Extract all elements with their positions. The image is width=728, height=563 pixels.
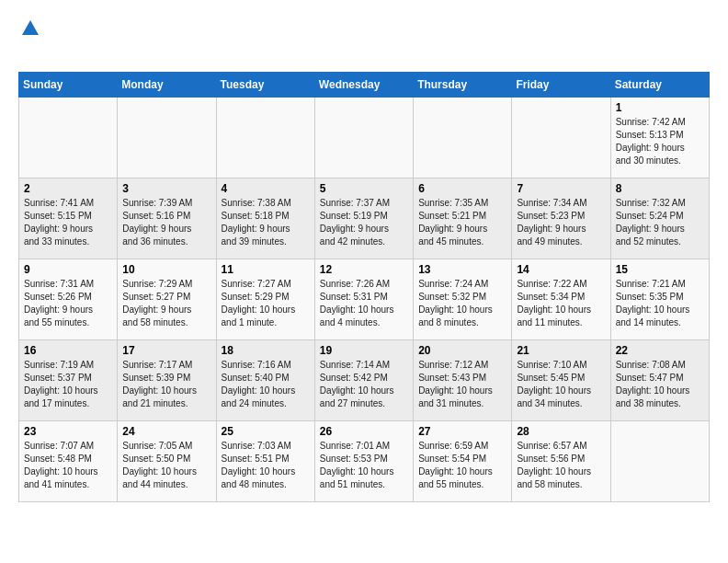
calendar-cell: 13Sunrise: 7:24 AM Sunset: 5:32 PM Dayli…: [414, 259, 512, 340]
days-of-week-row: SundayMondayTuesdayWednesdayThursdayFrid…: [19, 73, 710, 98]
header-monday: Monday: [118, 73, 216, 98]
calendar-cell: 19Sunrise: 7:14 AM Sunset: 5:42 PM Dayli…: [314, 340, 413, 421]
calendar-body: 1Sunrise: 7:42 AM Sunset: 5:13 PM Daylig…: [19, 98, 710, 502]
day-number: 6: [418, 182, 506, 195]
calendar-cell: 14Sunrise: 7:22 AM Sunset: 5:34 PM Dayli…: [512, 259, 610, 340]
day-info: Sunrise: 7:22 AM Sunset: 5:34 PM Dayligh…: [517, 278, 605, 329]
calendar-cell: 6Sunrise: 7:35 AM Sunset: 5:21 PM Daylig…: [414, 178, 512, 259]
header-tuesday: Tuesday: [216, 73, 314, 98]
day-info: Sunrise: 7:19 AM Sunset: 5:37 PM Dayligh…: [24, 359, 112, 410]
day-info: Sunrise: 6:59 AM Sunset: 5:54 PM Dayligh…: [418, 440, 506, 491]
calendar-cell: 20Sunrise: 7:12 AM Sunset: 5:43 PM Dayli…: [414, 340, 512, 421]
calendar-cell: [414, 98, 512, 178]
day-info: Sunrise: 7:21 AM Sunset: 5:35 PM Dayligh…: [616, 278, 704, 329]
calendar-cell: 18Sunrise: 7:16 AM Sunset: 5:40 PM Dayli…: [216, 340, 314, 421]
calendar-cell: 1Sunrise: 7:42 AM Sunset: 5:13 PM Daylig…: [610, 98, 709, 178]
day-info: Sunrise: 7:29 AM Sunset: 5:27 PM Dayligh…: [122, 278, 210, 329]
calendar-cell: [19, 98, 118, 178]
calendar-cell: 28Sunrise: 6:57 AM Sunset: 5:56 PM Dayli…: [512, 421, 610, 502]
day-info: Sunrise: 7:12 AM Sunset: 5:43 PM Dayligh…: [418, 359, 506, 410]
header-thursday: Thursday: [414, 73, 512, 98]
calendar-header: SundayMondayTuesdayWednesdayThursdayFrid…: [19, 73, 710, 98]
day-info: Sunrise: 7:41 AM Sunset: 5:15 PM Dayligh…: [24, 197, 112, 248]
calendar-cell: 22Sunrise: 7:08 AM Sunset: 5:47 PM Dayli…: [610, 340, 709, 421]
day-info: Sunrise: 7:31 AM Sunset: 5:26 PM Dayligh…: [24, 278, 112, 329]
day-number: 27: [418, 425, 506, 438]
day-info: Sunrise: 7:08 AM Sunset: 5:47 PM Dayligh…: [616, 359, 704, 410]
day-number: 22: [616, 344, 704, 357]
day-number: 2: [24, 182, 112, 195]
day-number: 9: [24, 263, 112, 276]
day-info: Sunrise: 7:34 AM Sunset: 5:23 PM Dayligh…: [517, 197, 605, 248]
calendar-cell: [118, 98, 216, 178]
day-info: Sunrise: 7:17 AM Sunset: 5:39 PM Dayligh…: [122, 359, 210, 410]
day-number: 7: [517, 182, 605, 195]
day-number: 13: [418, 263, 506, 276]
calendar-cell: 23Sunrise: 7:07 AM Sunset: 5:48 PM Dayli…: [19, 421, 118, 502]
calendar-cell: 8Sunrise: 7:32 AM Sunset: 5:24 PM Daylig…: [610, 178, 709, 259]
day-number: 1: [616, 101, 704, 114]
logo-icon: [20, 18, 40, 39]
calendar-cell: 21Sunrise: 7:10 AM Sunset: 5:45 PM Dayli…: [512, 340, 610, 421]
calendar-cell: 17Sunrise: 7:17 AM Sunset: 5:39 PM Dayli…: [118, 340, 216, 421]
day-number: 18: [222, 344, 310, 357]
week-row-3: 9Sunrise: 7:31 AM Sunset: 5:26 PM Daylig…: [19, 259, 710, 340]
day-number: 11: [222, 263, 310, 276]
calendar-cell: 7Sunrise: 7:34 AM Sunset: 5:23 PM Daylig…: [512, 178, 610, 259]
day-info: Sunrise: 6:57 AM Sunset: 5:56 PM Dayligh…: [517, 440, 605, 491]
day-info: Sunrise: 7:26 AM Sunset: 5:31 PM Dayligh…: [320, 278, 408, 329]
day-number: 8: [616, 182, 704, 195]
day-info: Sunrise: 7:42 AM Sunset: 5:13 PM Dayligh…: [616, 116, 704, 167]
header-sunday: Sunday: [19, 73, 118, 98]
calendar-cell: [216, 98, 314, 178]
day-info: Sunrise: 7:35 AM Sunset: 5:21 PM Dayligh…: [418, 197, 506, 248]
calendar-cell: 3Sunrise: 7:39 AM Sunset: 5:16 PM Daylig…: [118, 178, 216, 259]
day-info: Sunrise: 7:37 AM Sunset: 5:19 PM Dayligh…: [320, 197, 408, 248]
calendar-cell: 27Sunrise: 6:59 AM Sunset: 5:54 PM Dayli…: [414, 421, 512, 502]
day-info: Sunrise: 7:24 AM Sunset: 5:32 PM Dayligh…: [418, 278, 506, 329]
week-row-5: 23Sunrise: 7:07 AM Sunset: 5:48 PM Dayli…: [19, 421, 710, 502]
day-number: 23: [24, 425, 112, 438]
calendar-cell: 15Sunrise: 7:21 AM Sunset: 5:35 PM Dayli…: [610, 259, 709, 340]
day-number: 16: [24, 344, 112, 357]
day-number: 3: [122, 182, 210, 195]
header-saturday: Saturday: [610, 73, 709, 98]
calendar-cell: 9Sunrise: 7:31 AM Sunset: 5:26 PM Daylig…: [19, 259, 118, 340]
day-number: 4: [222, 182, 310, 195]
calendar-cell: [610, 421, 709, 502]
calendar-cell: 2Sunrise: 7:41 AM Sunset: 5:15 PM Daylig…: [19, 178, 118, 259]
day-number: 5: [320, 182, 408, 195]
day-number: 26: [320, 425, 408, 438]
day-info: Sunrise: 7:38 AM Sunset: 5:18 PM Dayligh…: [222, 197, 310, 248]
day-info: Sunrise: 7:32 AM Sunset: 5:24 PM Dayligh…: [616, 197, 704, 248]
day-info: Sunrise: 7:05 AM Sunset: 5:50 PM Dayligh…: [122, 440, 210, 491]
calendar-cell: 10Sunrise: 7:29 AM Sunset: 5:27 PM Dayli…: [118, 259, 216, 340]
calendar-cell: 26Sunrise: 7:01 AM Sunset: 5:53 PM Dayli…: [314, 421, 413, 502]
day-info: Sunrise: 7:07 AM Sunset: 5:48 PM Dayligh…: [24, 440, 112, 491]
calendar-cell: [314, 98, 413, 178]
day-info: Sunrise: 7:01 AM Sunset: 5:53 PM Dayligh…: [320, 440, 408, 491]
header-wednesday: Wednesday: [314, 73, 413, 98]
calendar-cell: 12Sunrise: 7:26 AM Sunset: 5:31 PM Dayli…: [314, 259, 413, 340]
day-number: 24: [122, 425, 210, 438]
day-info: Sunrise: 7:16 AM Sunset: 5:40 PM Dayligh…: [222, 359, 310, 410]
calendar-cell: 4Sunrise: 7:38 AM Sunset: 5:18 PM Daylig…: [216, 178, 314, 259]
day-number: 14: [517, 263, 605, 276]
day-number: 21: [517, 344, 605, 357]
day-info: Sunrise: 7:27 AM Sunset: 5:29 PM Dayligh…: [222, 278, 310, 329]
logo: [18, 18, 42, 63]
day-info: Sunrise: 7:39 AM Sunset: 5:16 PM Dayligh…: [122, 197, 210, 248]
day-info: Sunrise: 7:14 AM Sunset: 5:42 PM Dayligh…: [320, 359, 408, 410]
day-info: Sunrise: 7:10 AM Sunset: 5:45 PM Dayligh…: [517, 359, 605, 410]
day-number: 20: [418, 344, 506, 357]
header-friday: Friday: [512, 73, 610, 98]
calendar-cell: 25Sunrise: 7:03 AM Sunset: 5:51 PM Dayli…: [216, 421, 314, 502]
day-number: 19: [320, 344, 408, 357]
calendar-cell: 16Sunrise: 7:19 AM Sunset: 5:37 PM Dayli…: [19, 340, 118, 421]
calendar-table: SundayMondayTuesdayWednesdayThursdayFrid…: [18, 72, 710, 502]
day-number: 10: [122, 263, 210, 276]
day-number: 12: [320, 263, 408, 276]
week-row-2: 2Sunrise: 7:41 AM Sunset: 5:15 PM Daylig…: [19, 178, 710, 259]
day-number: 28: [517, 425, 605, 438]
calendar-cell: 11Sunrise: 7:27 AM Sunset: 5:29 PM Dayli…: [216, 259, 314, 340]
